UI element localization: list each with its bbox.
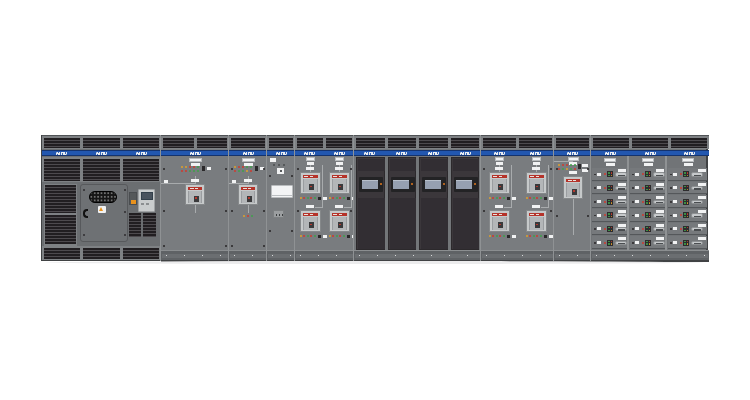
main-breaker-cubicle-1[interactable]	[160, 135, 228, 261]
indicator-led-amber	[300, 197, 302, 199]
mcc-bucket[interactable]	[592, 195, 627, 208]
breaker-handle[interactable]	[653, 241, 665, 246]
control-door[interactable]	[388, 157, 417, 250]
indicator-led-amber	[687, 202, 689, 204]
hmi-screen[interactable]	[359, 177, 383, 192]
breaker-handle[interactable]	[615, 241, 627, 246]
mcc-bucket[interactable]	[668, 195, 707, 208]
pilot-light-chip	[607, 171, 613, 177]
breaker-handle[interactable]	[691, 213, 703, 218]
vent-grille-row	[42, 246, 161, 260]
breaker-unit[interactable]	[185, 184, 205, 205]
brand-logo	[135, 152, 147, 155]
mcc-bucket[interactable]	[630, 168, 665, 181]
mcc-bucket[interactable]	[592, 168, 627, 181]
breaker-handle[interactable]	[615, 213, 627, 218]
breaker-unit[interactable]	[489, 172, 510, 194]
mcc-bucket[interactable]	[630, 236, 665, 249]
breaker-unit[interactable]	[329, 172, 350, 194]
breaker-handle[interactable]	[653, 227, 665, 232]
screw	[670, 187, 672, 189]
breaker-rating-chip	[309, 184, 314, 190]
door-upper-panel	[358, 159, 385, 171]
breaker-handle[interactable]	[615, 186, 627, 191]
mcc-bucket[interactable]	[668, 182, 707, 195]
plinth-bolt	[632, 255, 633, 256]
breaker-unit[interactable]	[526, 172, 547, 194]
plinth-bolt	[252, 255, 253, 256]
plinth-bolt	[486, 255, 487, 256]
generator-control-section[interactable]	[41, 135, 160, 261]
document-holder[interactable]	[271, 185, 293, 198]
indicator-led-red	[611, 200, 613, 202]
mcc-bucket[interactable]	[592, 223, 627, 236]
screw	[269, 230, 271, 232]
metering-aux-panel[interactable]	[266, 135, 294, 261]
hmi-screen[interactable]	[391, 177, 415, 192]
breaker-handle[interactable]	[691, 227, 703, 232]
mcc-bucket[interactable]	[668, 209, 707, 222]
breaker-unit[interactable]	[300, 210, 321, 232]
breaker-handle[interactable]	[653, 186, 665, 191]
main-breaker-cubicle-2[interactable]	[228, 135, 266, 261]
breaker-handle[interactable]	[653, 213, 665, 218]
mcc-bucket[interactable]	[592, 209, 627, 222]
mcc-bucket[interactable]	[630, 195, 665, 208]
plinth-bolt	[522, 255, 523, 256]
indicator-led-green	[496, 197, 498, 199]
breaker-unit[interactable]	[563, 176, 583, 199]
breaker-handle[interactable]	[691, 241, 703, 246]
indicator-led-red	[189, 166, 191, 168]
hmi-screen[interactable]	[454, 177, 478, 192]
breaker-handle[interactable]	[691, 200, 703, 205]
faceplate-text	[530, 214, 534, 215]
tie-breaker-cubicle[interactable]	[553, 135, 590, 261]
breaker-handle[interactable]	[691, 172, 703, 177]
indicator-led-amber	[687, 230, 689, 232]
breaker-faceplate-red	[332, 175, 347, 178]
vent-grille	[632, 138, 668, 148]
breaker-handle[interactable]	[653, 200, 665, 205]
indicator-led-green	[250, 166, 252, 168]
breaker-unit[interactable]	[329, 210, 350, 232]
mini-label	[656, 169, 664, 172]
screw	[587, 168, 589, 170]
mcc-bucket[interactable]	[630, 182, 665, 195]
faceplate-text	[248, 188, 251, 189]
plc-control-section[interactable]	[353, 135, 480, 261]
indicator-led-amber	[611, 243, 613, 245]
breaker-face	[332, 217, 347, 230]
vent-grille	[671, 138, 707, 148]
breaker-handle[interactable]	[615, 227, 627, 232]
feeder-breaker-cubicle-2[interactable]	[480, 135, 553, 261]
mcc-bucket[interactable]	[668, 236, 707, 249]
breaker-handle[interactable]	[615, 172, 627, 177]
faceplate-text	[304, 176, 308, 177]
mcc-bucket[interactable]	[592, 236, 627, 249]
feeder-breaker-cubicle-1[interactable]	[294, 135, 353, 261]
genset-meter[interactable]	[138, 189, 155, 212]
breaker-face	[188, 191, 202, 203]
control-door[interactable]	[419, 157, 448, 250]
breaker-unit[interactable]	[489, 210, 510, 232]
mcc-bucket[interactable]	[668, 223, 707, 236]
control-door[interactable]	[356, 157, 385, 250]
mcc-bucket[interactable]	[668, 168, 707, 181]
breaker-unit[interactable]	[300, 172, 321, 194]
indicator-led-red	[687, 241, 689, 243]
breaker-handle[interactable]	[615, 200, 627, 205]
hmi-screen[interactable]	[422, 177, 446, 192]
indicator-led-red	[680, 214, 682, 216]
screw	[550, 210, 552, 212]
mcc-bucket[interactable]	[630, 223, 665, 236]
breaker-handle[interactable]	[653, 172, 665, 177]
breaker-unit[interactable]	[526, 210, 547, 232]
breaker-unit[interactable]	[238, 184, 258, 205]
motor-control-section[interactable]	[590, 135, 708, 261]
control-door[interactable]	[451, 157, 480, 250]
brand-logo	[275, 152, 287, 155]
mcc-bucket[interactable]	[630, 209, 665, 222]
nameplate	[495, 157, 504, 161]
breaker-handle[interactable]	[691, 186, 703, 191]
mcc-bucket[interactable]	[592, 182, 627, 195]
